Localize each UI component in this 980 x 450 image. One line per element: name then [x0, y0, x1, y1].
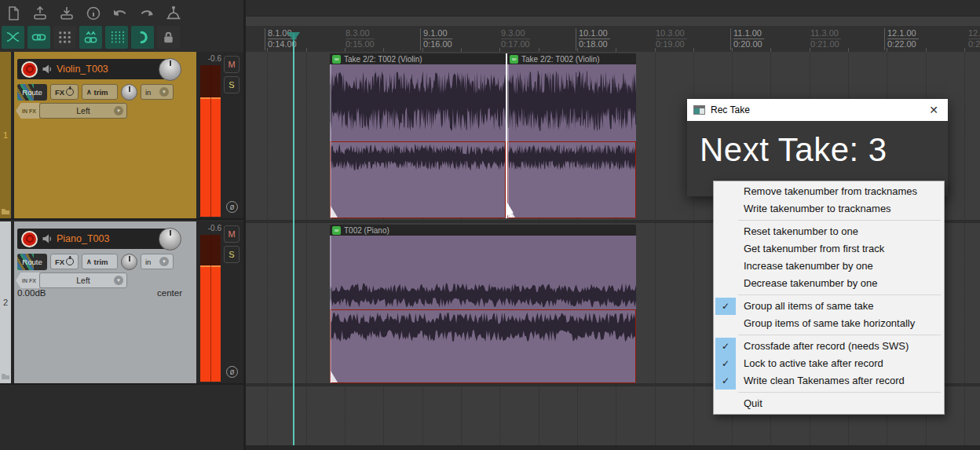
undo-icon[interactable] [108, 2, 132, 24]
menu-item[interactable]: ✓ Quit [714, 395, 944, 412]
record-arm-button[interactable] [21, 61, 38, 78]
record-arm-button[interactable] [21, 231, 38, 247]
waveform [331, 144, 505, 171]
mute-button[interactable]: M [224, 56, 240, 73]
phase-button[interactable]: ø [226, 201, 238, 213]
volume-value[interactable]: 0.00dB [17, 288, 46, 298]
volume-knob[interactable] [159, 228, 181, 251]
ruler-mark: 10.1.00 0:18.00 [579, 28, 610, 49]
waveform [330, 69, 506, 132]
new-project-icon[interactable] [2, 2, 25, 24]
checkmark-icon: ✓ [715, 372, 736, 390]
phase-button[interactable]: ø [226, 366, 238, 378]
window-title: Rec Take [711, 104, 920, 115]
open-project-icon[interactable] [28, 2, 52, 24]
meter-scale [200, 242, 221, 375]
media-item-body[interactable] [330, 236, 636, 383]
route-button[interactable]: Route [17, 254, 47, 270]
track-name-row[interactable]: Piano_T003 [17, 229, 174, 249]
project-settings-icon[interactable] [82, 2, 105, 24]
snap-grid-icon[interactable] [105, 26, 128, 49]
pan-value[interactable]: center [157, 288, 182, 298]
take-lane-2-active[interactable] [507, 141, 636, 218]
group-icon: ∞ [332, 226, 341, 235]
track-panel-piano[interactable]: 2 Piano_T003 Route FX ∧trim in▼ IN FX Le… [0, 221, 243, 385]
grid-dots-icon[interactable] [53, 26, 76, 49]
menu-item[interactable]: ✓ Write clean Takenames after record [714, 372, 944, 390]
fx-button[interactable]: FX [50, 254, 79, 269]
waveform [508, 144, 635, 171]
take-lane-2-active[interactable] [330, 141, 506, 218]
trim-envelope-button[interactable]: ∧trim [82, 84, 118, 100]
trim-envelope-button[interactable]: ∧trim [82, 254, 118, 269]
media-item-body[interactable] [330, 64, 506, 218]
media-item-header[interactable]: ∞ Take 2/2: T002 (Violin) [507, 53, 636, 64]
media-item-header[interactable]: ∞ Take 2/2: T002 (Violin) [330, 53, 506, 64]
pan-knob[interactable] [121, 84, 137, 101]
timeline-ruler[interactable]: 8.1.00 0:14.00 8.3.00 0:15.00 9.1.00 0:1… [246, 26, 980, 53]
channel-selector[interactable]: Left▼ [39, 273, 127, 288]
solo-button[interactable]: S [224, 246, 240, 263]
menu-item[interactable]: ✓ Increase takenumber by one [714, 258, 944, 275]
lock-icon[interactable] [157, 26, 180, 49]
menu-item[interactable]: ✓ Decrease takenumber by one [714, 275, 944, 292]
peak-readout[interactable]: -0.6 [196, 54, 221, 63]
media-item-body[interactable] [507, 64, 636, 218]
window-titlebar[interactable]: Rec Take ✕ [687, 99, 948, 121]
pan-knob[interactable] [121, 254, 137, 270]
auto-crossfade-icon[interactable] [2, 26, 24, 49]
input-selector[interactable]: in▼ [141, 84, 174, 100]
ruler-mark: 12.3.00 0:23.00 [968, 28, 980, 49]
volume-knob[interactable] [159, 58, 181, 81]
track-number-strip[interactable]: 2 [0, 221, 14, 383]
fx-power-icon[interactable] [66, 88, 74, 96]
menu-item[interactable]: ✓ Group all items of same take [714, 298, 944, 315]
menu-item[interactable]: ✓ Remove takenumber from tracknames [714, 183, 944, 200]
checkmark-icon: ✓ [715, 355, 736, 372]
envelope-link-icon[interactable] [27, 26, 50, 49]
media-item-violin-take-a[interactable]: ∞ Take 2/2: T002 (Violin) [330, 53, 506, 218]
fx-button[interactable]: FX [50, 84, 79, 100]
menu-item[interactable]: ✓ Write takenumber to tracknames [714, 200, 944, 218]
track-name-row[interactable]: Violin_T003 [17, 59, 174, 79]
menu-item[interactable]: ✓ Reset takenumber to one [714, 223, 944, 240]
fx-power-icon[interactable] [66, 258, 74, 265]
input-selector[interactable]: in▼ [141, 254, 174, 269]
take-lane-2-active[interactable] [330, 309, 636, 383]
menu-item[interactable]: ✓ Get takenumber from first track [714, 240, 944, 258]
close-icon[interactable]: ✕ [926, 104, 942, 116]
track-panel-violin[interactable]: 1 Violin_T003 Route FX ∧trim in▼ IN FX L… [0, 52, 243, 220]
edit-cursor-marker-icon[interactable] [287, 32, 300, 42]
ruler-mark: 11.1.00 0:20.00 [733, 28, 764, 49]
channel-selector[interactable]: Left▼ [39, 103, 127, 119]
track-name[interactable]: Piano_T003 [57, 233, 109, 244]
edit-cursor[interactable] [293, 33, 294, 445]
route-button[interactable]: Route [17, 84, 47, 101]
grid-line [655, 52, 656, 450]
take-lane-1[interactable] [330, 64, 506, 141]
waveform [507, 69, 636, 132]
redo-icon[interactable] [135, 2, 159, 24]
track-name[interactable]: Violin_T003 [57, 64, 108, 75]
ruler-mark: 11.3.00 0:21.00 [810, 28, 841, 49]
input-fx-tag[interactable]: IN FX [16, 273, 39, 288]
loop-icon[interactable] [131, 26, 154, 49]
mute-button[interactable]: M [224, 225, 240, 243]
grid-line [964, 52, 965, 450]
item-grouping-icon[interactable] [79, 26, 102, 49]
media-item-violin-take-b[interactable]: ∞ Take 2/2: T002 (Violin) [507, 53, 636, 218]
meter-scale [200, 72, 221, 210]
take-lane-1[interactable] [330, 236, 636, 309]
input-fx-tag[interactable]: IN FX [16, 103, 39, 119]
menu-item[interactable]: ✓ Crossfade after record (needs SWS) [714, 338, 944, 355]
media-item-header[interactable]: ∞ T002 (Piano) [330, 225, 636, 236]
solo-button[interactable]: S [224, 76, 240, 93]
take-lane-1[interactable] [507, 64, 636, 141]
menu-item[interactable]: ✓ Group items of same take horizontally [714, 315, 944, 332]
media-item-piano[interactable]: ∞ T002 (Piano) [330, 225, 636, 383]
metronome-icon[interactable] [162, 2, 185, 24]
save-project-icon[interactable] [55, 2, 79, 24]
peak-readout[interactable]: -0.6 [196, 224, 221, 232]
track-number-strip[interactable]: 1 [0, 52, 14, 218]
menu-item[interactable]: ✓ Lock to active take after record [714, 355, 944, 372]
